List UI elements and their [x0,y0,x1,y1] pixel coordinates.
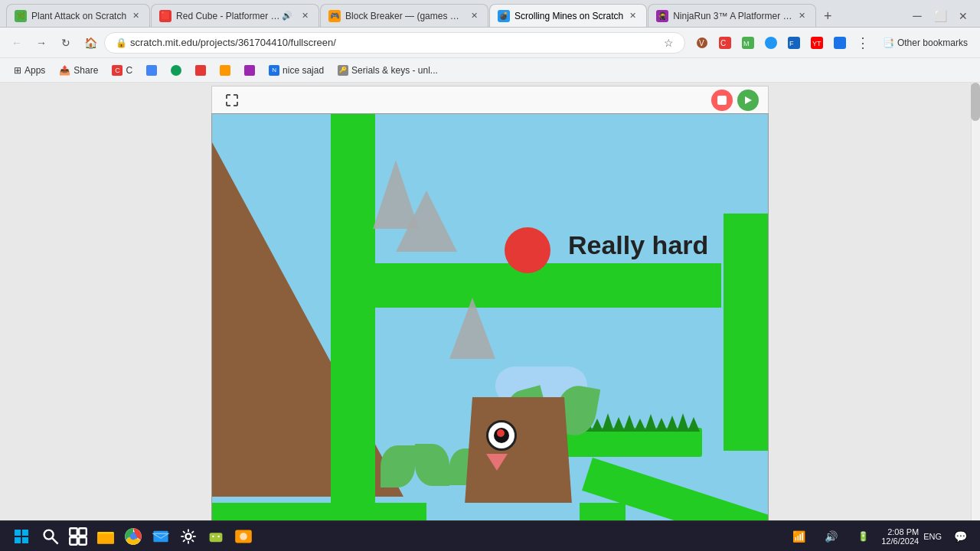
new-tab-button[interactable]: + [817,5,838,27]
language-indicator[interactable]: ENG [923,532,942,541]
share-icon: 📤 [59,65,70,76]
battery-icon[interactable]: 🔋 [851,524,875,549]
svg-point-48 [44,530,54,539]
other-bookmarks-button[interactable]: 📑 Other bookmarks [877,32,974,54]
creature-nose [486,454,508,471]
tab-title-4: Scrolling Mines on Scratch [514,11,623,21]
tab-title-2: Red Cube - Platformer on... [176,11,282,21]
maximize-button[interactable]: ⬜ [929,5,951,27]
tab-favicon-3: 🎮 [328,10,341,22]
svg-text:F: F [789,40,794,47]
tab-scrolling-mines[interactable]: 💣 Scrolling Mines on Scratch ✕ [489,4,647,27]
bookmark-bar: ⊞ Apps 📤 Share C C N nice sajad [0,58,980,83]
extension-icon-2[interactable]: C [714,32,736,54]
back-button[interactable]: ← [6,32,28,54]
bookmark-3[interactable] [140,61,163,80]
notification-button[interactable]: 💬 [948,524,972,549]
bm6-favicon [220,65,230,76]
svg-rect-62 [210,533,223,542]
settings-taskbar-button[interactable] [176,524,201,549]
clock[interactable]: 2:08 PM 12/6/2024 [881,527,919,546]
file-explorer-button[interactable] [93,524,118,549]
home-button[interactable]: 🏠 [80,32,101,54]
tab-block-breaker[interactable]: 🎮 Block Breaker — (games & art... ✕ [320,4,488,27]
bookmark-apps[interactable]: ⊞ Apps [8,61,51,80]
extension-icon-1[interactable]: V [691,32,713,54]
tab-close-4[interactable]: ✕ [626,10,639,22]
tab-title-1: Plant Attack on Scratch [31,11,126,21]
start-button[interactable] [6,524,37,549]
stop-button[interactable] [711,90,733,111]
tab-red-cube[interactable]: 🟥 Red Cube - Platformer on... 🔊 ✕ [151,4,319,27]
svg-point-61 [185,533,191,539]
close-window-button[interactable]: ✕ [952,5,974,27]
extension-icon-4[interactable] [760,32,782,54]
serials-favicon: 🔑 [338,65,348,76]
svg-rect-55 [97,533,114,543]
tab-close-3[interactable]: ✕ [468,10,480,22]
search-taskbar-button[interactable] [38,524,63,549]
bookmark-7[interactable] [238,61,261,80]
svg-rect-11 [834,37,846,49]
c-favicon: C [112,65,122,76]
minimize-button[interactable]: ─ [906,5,928,27]
nice-sajad-label: nice sajad [283,65,324,76]
scrollbar-vertical[interactable] [971,83,980,520]
go-button[interactable] [737,90,759,111]
bookmark-serials[interactable]: 🔑 Serials & keys - unl... [332,61,444,80]
volume-icon[interactable]: 🔊 [818,524,843,549]
fullscreen-button[interactable] [221,90,243,111]
scrollbar-thumb[interactable] [971,83,980,121]
date-display: 12/6/2024 [881,536,919,546]
tab-title-5: NinjaRun 3™ A Platformer on... [673,11,792,21]
tab-bar: 🌿 Plant Attack on Scratch ✕ 🟥 Red Cube -… [0,0,980,28]
tab-close-5[interactable]: ✕ [795,10,808,22]
forward-button[interactable]: → [31,32,52,54]
url-text: scratch.mit.edu/projects/361704410/fulls… [130,37,661,48]
extension-icon-7[interactable] [829,32,851,54]
task-view-button[interactable] [66,524,90,549]
creature-eye-red [497,429,505,437]
extension-icon-3[interactable]: M [737,32,759,54]
difficulty-text: Really hard [568,230,708,260]
creature-body [465,397,572,504]
svg-rect-12 [717,96,727,105]
svg-marker-13 [745,96,752,104]
content-area: Really hard [0,83,980,520]
photo-taskbar-button[interactable] [231,524,256,549]
tab-plant-attack[interactable]: 🌿 Plant Attack on Scratch ✕ [6,4,150,27]
game-frame[interactable]: Really hard [211,113,769,520]
svg-rect-52 [70,537,77,545]
bookmark-4[interactable] [165,61,188,80]
tab-ninjarun[interactable]: 🥷 NinjaRun 3™ A Platformer on... ✕ [648,4,816,27]
chrome-taskbar-button[interactable] [121,524,145,549]
bookmark-share[interactable]: 📤 Share [53,61,104,80]
svg-rect-51 [79,528,87,536]
ns-favicon: N [269,65,279,76]
serials-label: Serials & keys - unl... [351,65,438,76]
bookmark-c[interactable]: C C [106,61,139,80]
extension-icon-5[interactable]: F [783,32,805,54]
tab-favicon-4: 💣 [498,10,510,22]
chrome-menu-button[interactable]: ⋮ [852,32,874,54]
bookmark-6[interactable] [214,61,237,80]
bookmark-nice-sajad[interactable]: N nice sajad [263,61,330,80]
toolbar-icons: V C M F YT ⋮ [691,32,874,54]
tab-close-1[interactable]: ✕ [129,10,142,22]
android-taskbar-button[interactable] [204,524,228,549]
network-icon[interactable]: 📶 [786,524,811,549]
bookmark-5[interactable] [189,61,212,80]
bookmark-star-icon[interactable]: ☆ [664,37,674,49]
explorer-taskbar-button[interactable] [149,524,173,549]
extension-icon-6[interactable]: YT [806,32,828,54]
bm5-favicon [195,65,206,76]
tab-close-2[interactable]: ✕ [299,10,311,22]
tab-favicon-5: 🥷 [656,10,668,22]
reload-button[interactable]: ↻ [55,32,77,54]
svg-line-49 [52,538,57,543]
address-bar: ← → ↻ 🏠 🔒 scratch.mit.edu/projects/36170… [0,28,980,58]
bm7-favicon [244,65,255,76]
bookmarks-icon: 📑 [883,37,894,48]
svg-rect-46 [15,537,21,543]
url-bar[interactable]: 🔒 scratch.mit.edu/projects/361704410/ful… [104,32,685,54]
